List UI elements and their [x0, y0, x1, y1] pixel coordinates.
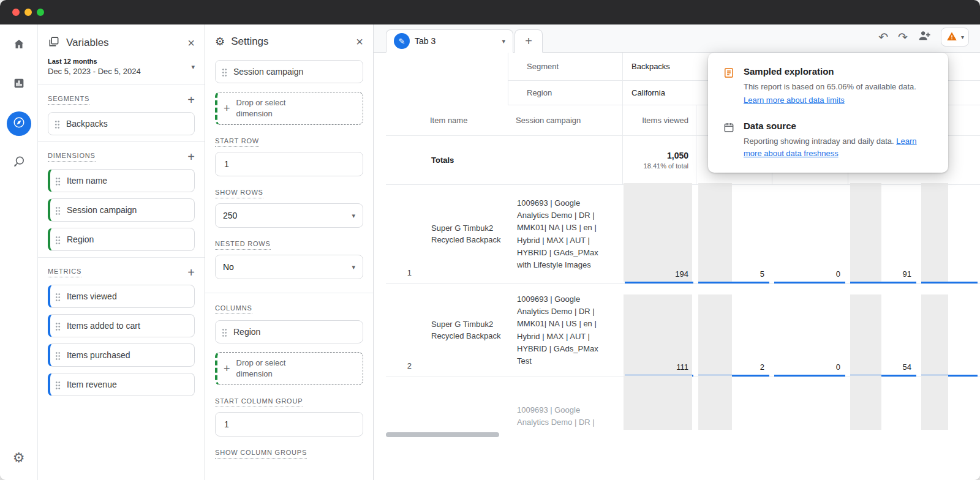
chip-item-revenue[interactable]: Item revenue — [48, 373, 195, 396]
sampled-exploration-section: Sampled exploration This report is based… — [723, 66, 933, 106]
metric-value: 54 — [903, 362, 911, 372]
start-column-group-input[interactable] — [223, 419, 355, 430]
rows-dimension-dropzone[interactable]: + Drop or select dimension — [215, 92, 363, 125]
drag-handle-icon[interactable] — [55, 292, 61, 301]
tab-label: Tab 3 — [415, 36, 435, 46]
chip-region-columns[interactable]: Region — [215, 320, 363, 343]
horizontal-scrollbar-thumb[interactable] — [386, 432, 499, 437]
sampled-text: Sampled exploration This report is based… — [744, 66, 916, 106]
chip-items-purchased[interactable]: Items purchased — [48, 343, 195, 367]
drag-handle-icon[interactable] — [55, 235, 61, 244]
add-tab-button[interactable]: + — [514, 29, 543, 53]
variables-icon — [48, 36, 60, 50]
cell-metric-0 — [622, 377, 696, 430]
section-label: SEGMENTS — [48, 95, 89, 105]
header-session-campaign: Session campaign — [508, 105, 622, 136]
totals-blank — [386, 136, 423, 185]
nav-admin-gear[interactable]: ⚙ — [7, 446, 31, 470]
value-bar — [624, 375, 692, 430]
cell-metric-3: 91 — [848, 185, 919, 284]
metric-value: 5 — [760, 269, 764, 279]
value-bar — [850, 183, 881, 282]
drag-handle-icon[interactable] — [55, 206, 61, 215]
person-add-icon — [918, 29, 931, 45]
chip-label: Region — [67, 234, 94, 245]
drag-handle-icon[interactable] — [55, 176, 61, 186]
cell-metric-0: 111 — [622, 284, 696, 377]
app-content: ⚙ Variables × Last 12 months Dec 5, 2023… — [0, 24, 980, 480]
date-range-value: Dec 5, 2023 - Dec 5, 2024 — [48, 67, 141, 76]
field-label-start-row: START ROW — [215, 137, 259, 147]
cell-item-name — [423, 377, 508, 430]
sampling-status-button[interactable]: ▾ — [941, 28, 969, 47]
close-settings-icon[interactable]: × — [356, 36, 363, 48]
drag-handle-icon[interactable] — [55, 321, 61, 331]
chip-items-added-to-cart[interactable]: Items added to cart — [48, 314, 195, 337]
chip-label: Session campaign — [67, 204, 137, 216]
drag-handle-icon[interactable] — [55, 380, 61, 389]
chip-item-name[interactable]: Item name — [48, 169, 195, 192]
minimize-window-button[interactable] — [24, 9, 32, 16]
add-metrics-button[interactable]: + — [187, 266, 195, 279]
nav-advertising[interactable] — [7, 151, 31, 175]
columns-section-head: COLUMNS — [215, 304, 363, 314]
cell-metric-1: 2 — [696, 284, 772, 377]
value-bar — [850, 294, 881, 375]
tab-menu-caret-icon[interactable]: ▾ — [502, 37, 505, 45]
drag-handle-icon[interactable] — [222, 328, 227, 337]
horizontal-scrollbar[interactable] — [386, 432, 980, 437]
header-blank — [386, 105, 423, 136]
chip-backpacks[interactable]: Backpacks — [48, 112, 195, 135]
row-number: 2 — [386, 284, 423, 377]
metric-value: 0 — [836, 362, 840, 372]
titlebar — [0, 0, 980, 24]
close-variables-icon[interactable]: × — [187, 37, 195, 49]
start-row-field — [215, 152, 363, 176]
chip-region[interactable]: Region — [48, 228, 195, 251]
settings-title: Settings — [231, 36, 268, 48]
nav-explore[interactable] — [7, 111, 31, 136]
rows-settings-fields: START ROWSHOW ROWS250▾NESTED ROWSNo▾ — [215, 125, 363, 279]
metric-value: 2 — [760, 362, 764, 372]
undo-button[interactable]: ↶ — [878, 30, 888, 44]
selected-value: 250 — [223, 211, 237, 220]
add-segments-button[interactable]: + — [187, 94, 195, 106]
nav-reports[interactable] — [7, 72, 31, 97]
totals-items-viewed: 1,05018.41% of total — [622, 136, 696, 185]
chevron-down-icon: ▾ — [352, 212, 355, 220]
value-bar — [921, 375, 948, 430]
show-rows-select[interactable]: 250▾ — [215, 203, 363, 228]
advertising-target-icon — [12, 155, 26, 171]
header-segment-label: Segment — [508, 53, 622, 81]
close-window-button[interactable] — [12, 9, 20, 16]
columns-settings-fields: START COLUMN GROUPSHOW COLUMN GROUPS — [215, 385, 363, 463]
value-bar — [850, 375, 881, 430]
data-limits-link[interactable]: Learn more about data limits — [744, 94, 845, 107]
redo-button[interactable]: ↷ — [898, 30, 908, 44]
share-add-user-button[interactable] — [918, 29, 931, 45]
add-dimensions-button[interactable]: + — [187, 151, 195, 163]
columns-dimension-dropzone[interactable]: + Drop or select dimension — [215, 352, 363, 385]
field-label-nested-rows: NESTED ROWS — [215, 240, 271, 250]
tab-3[interactable]: ✎ Tab 3 ▾ — [386, 29, 513, 53]
header-item-name: Item name — [423, 105, 508, 136]
chip-items-viewed[interactable]: Items viewed — [48, 285, 195, 308]
zoom-window-button[interactable] — [37, 9, 44, 16]
bar-baseline — [774, 282, 845, 283]
drag-handle-icon[interactable] — [55, 351, 61, 360]
cell-overflow — [919, 185, 980, 284]
start-row-input[interactable] — [223, 159, 355, 170]
nav-home[interactable] — [7, 33, 31, 58]
cell-metric-1: 5 — [696, 185, 772, 284]
value-bar — [921, 183, 948, 282]
chip-session-campaign-rows[interactable]: Session campaign — [215, 60, 363, 83]
metric-value: 111 — [676, 362, 688, 372]
chip-session-campaign[interactable]: Session campaign — [48, 198, 195, 222]
metric-value: 0 — [836, 269, 840, 279]
field-label-start-column-group: START COLUMN GROUP — [215, 397, 303, 407]
data-source-text: Data source Reporting showing intraday a… — [744, 121, 933, 159]
drag-handle-icon[interactable] — [222, 67, 227, 77]
nested-rows-select[interactable]: No▾ — [215, 255, 363, 279]
drag-handle-icon[interactable] — [55, 119, 60, 129]
date-range-selector[interactable]: Last 12 months Dec 5, 2023 - Dec 5, 2024… — [38, 56, 205, 84]
